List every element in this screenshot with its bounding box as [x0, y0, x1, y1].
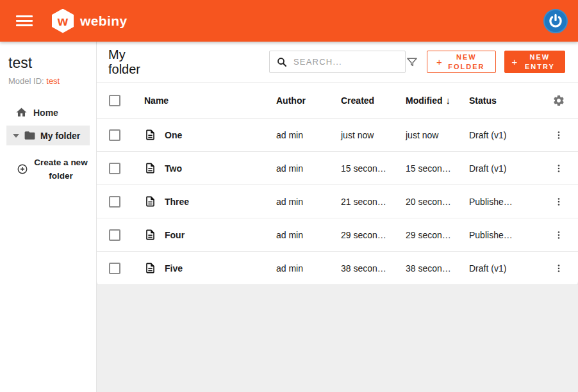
- column-header-created[interactable]: Created: [341, 95, 406, 106]
- entry-name[interactable]: Two: [165, 163, 182, 174]
- brand-wordmark: webiny: [80, 13, 128, 29]
- create-folder-button[interactable]: Create a new folder: [0, 156, 96, 183]
- entry-author: ad min: [276, 197, 341, 207]
- entry-status: Draft (v1): [469, 163, 540, 174]
- model-id-value[interactable]: test: [46, 76, 60, 86]
- new-folder-button[interactable]: + NEW FOLDER: [427, 51, 496, 73]
- document-icon: [144, 162, 156, 174]
- entry-author: ad min: [276, 163, 341, 174]
- folder-tree: Home My folder Create a new folder: [0, 101, 96, 183]
- page-title: My folder: [108, 47, 146, 77]
- entry-author: ad min: [276, 230, 341, 240]
- table-row[interactable]: Four ad min 29 secon… 29 secon… Publishe…: [97, 218, 578, 252]
- home-icon: [15, 106, 28, 118]
- entry-status: Publishe…: [469, 197, 540, 207]
- document-icon: [144, 262, 156, 274]
- entry-name[interactable]: Five: [165, 263, 183, 274]
- folder-card: My folder + NEW: [97, 42, 578, 285]
- chevron-down-icon: [13, 134, 19, 138]
- new-folder-label: NEW FOLDER: [447, 53, 486, 72]
- model-title: test: [8, 54, 96, 72]
- plus-icon: +: [436, 56, 442, 67]
- entry-created: just now: [341, 130, 406, 140]
- power-icon: [547, 13, 564, 29]
- table-settings-button[interactable]: [552, 94, 565, 107]
- table-header: Name Author Created Modified ↓ Status: [97, 82, 578, 118]
- row-checkbox[interactable]: [109, 263, 120, 274]
- kebab-menu-icon: [553, 263, 565, 274]
- entry-name[interactable]: Four: [165, 230, 185, 240]
- entry-author: ad min: [276, 263, 341, 274]
- entry-created: 15 secon…: [341, 163, 406, 174]
- row-checkbox[interactable]: [109, 129, 120, 141]
- sidebar: test Model ID: test Home My folder: [0, 42, 97, 392]
- entry-author: ad min: [276, 130, 341, 140]
- kebab-menu-icon: [553, 129, 565, 141]
- entry-modified: 29 secon…: [406, 230, 469, 240]
- new-entry-label: NEW ENTRY: [522, 53, 557, 72]
- user-avatar[interactable]: [543, 9, 568, 33]
- entry-status: Draft (v1): [469, 130, 540, 140]
- table-row[interactable]: Two ad min 15 secon… 15 secon… Draft (v1…: [97, 152, 578, 185]
- select-all-checkbox[interactable]: [109, 95, 120, 106]
- folder-toolbar: My folder + NEW: [97, 42, 578, 82]
- filter-icon: [406, 56, 418, 69]
- row-menu-button[interactable]: [553, 229, 565, 241]
- entry-modified: 38 secon…: [406, 263, 469, 274]
- gear-icon: [552, 94, 565, 107]
- folder-icon: [24, 129, 36, 142]
- row-menu-button[interactable]: [553, 196, 565, 208]
- document-icon: [144, 229, 156, 241]
- row-checkbox[interactable]: [109, 229, 120, 241]
- page-background: [97, 285, 578, 392]
- plus-circle-icon: [17, 163, 28, 175]
- plus-icon: +: [512, 56, 518, 67]
- entry-name[interactable]: Three: [165, 197, 189, 207]
- column-header-status[interactable]: Status: [469, 95, 540, 106]
- entry-created: 21 secon…: [341, 197, 406, 207]
- entry-created: 29 secon…: [341, 230, 406, 240]
- row-checkbox[interactable]: [109, 163, 120, 174]
- logo-letter: w: [58, 14, 68, 28]
- search-input[interactable]: [293, 57, 399, 67]
- sort-descending-icon: ↓: [446, 95, 451, 106]
- sidebar-item-my-folder[interactable]: My folder: [6, 126, 90, 145]
- create-folder-label: Create a new folder: [33, 156, 88, 183]
- table-row[interactable]: Three ad min 21 secon… 20 secon… Publish…: [97, 185, 578, 218]
- content-area: My folder + NEW: [97, 42, 578, 392]
- hamburger-menu-icon[interactable]: [16, 15, 33, 26]
- row-menu-button[interactable]: [553, 163, 565, 174]
- column-header-name[interactable]: Name: [133, 95, 276, 106]
- table-row[interactable]: Five ad min 38 secon… 38 secon… Draft (v…: [97, 252, 578, 285]
- search-icon: [276, 56, 288, 68]
- row-menu-button[interactable]: [553, 129, 565, 141]
- webiny-hexagon-icon: w: [52, 9, 74, 33]
- entry-status: Draft (v1): [469, 263, 540, 274]
- new-entry-button[interactable]: + NEW ENTRY: [504, 51, 565, 73]
- entry-modified: 20 secon…: [406, 197, 469, 207]
- webiny-logo[interactable]: w webiny: [52, 9, 128, 33]
- kebab-menu-icon: [553, 229, 565, 241]
- row-menu-button[interactable]: [553, 263, 565, 274]
- model-id-line: Model ID: test: [8, 76, 96, 86]
- sidebar-item-label: My folder: [40, 131, 80, 141]
- entry-modified: just now: [406, 130, 469, 140]
- filter-button[interactable]: [406, 56, 418, 69]
- sidebar-item-home[interactable]: Home: [0, 101, 96, 124]
- model-id-label: Model ID:: [8, 76, 44, 86]
- table-row[interactable]: One ad min just now just now Draft (v1): [97, 118, 578, 152]
- top-app-bar: w webiny: [0, 0, 578, 42]
- kebab-menu-icon: [553, 196, 565, 208]
- sidebar-item-label: Home: [33, 108, 58, 118]
- row-checkbox[interactable]: [109, 196, 120, 208]
- entry-modified: 15 secon…: [406, 163, 469, 174]
- document-icon: [144, 129, 156, 141]
- search-box[interactable]: [269, 51, 406, 73]
- entry-created: 38 secon…: [341, 263, 406, 274]
- column-header-modified[interactable]: Modified ↓: [406, 95, 469, 106]
- document-icon: [144, 195, 156, 208]
- kebab-menu-icon: [553, 163, 565, 174]
- column-header-author[interactable]: Author: [276, 95, 341, 106]
- entry-status: Publishe…: [469, 230, 540, 240]
- entry-name[interactable]: One: [165, 130, 182, 140]
